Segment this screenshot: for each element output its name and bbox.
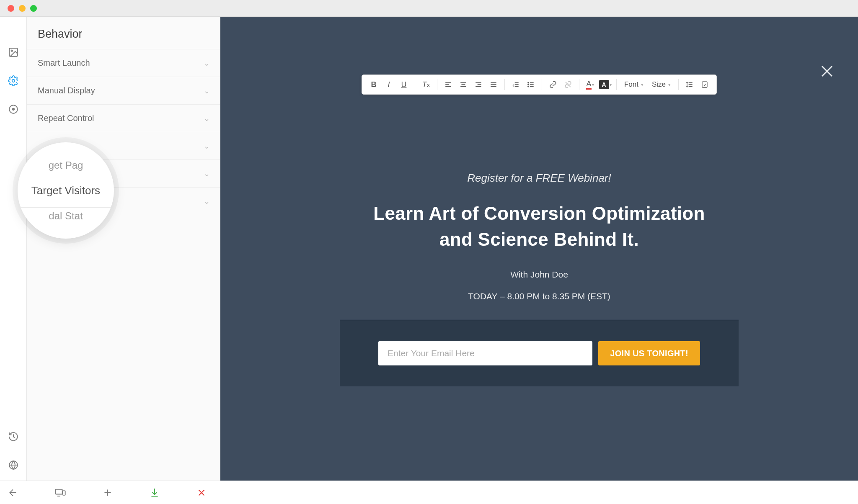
chevron-down-icon: ⌄	[204, 141, 210, 151]
close-icon[interactable]	[817, 61, 837, 83]
editor-canvas[interactable]: B I U Tx 123	[220, 17, 858, 481]
svg-point-9	[528, 82, 529, 83]
font-dropdown-label: Font	[624, 80, 638, 89]
magnifier-top-fragment: get Pag	[49, 157, 83, 174]
clear-format-button[interactable]: Tx	[419, 78, 433, 91]
svg-text:3: 3	[512, 85, 514, 87]
devices-button[interactable]	[54, 487, 66, 499]
svg-rect-13	[55, 489, 62, 494]
chevron-down-icon: ⌄	[204, 114, 210, 123]
gear-icon[interactable]	[8, 75, 19, 88]
modal-heading-line2: and Science Behind It.	[439, 229, 639, 249]
modal-subheading[interactable]: Register for a FREE Webinar!	[340, 172, 739, 185]
cta-button[interactable]: JOIN US TONIGHT!	[598, 341, 700, 365]
add-button[interactable]	[102, 487, 113, 498]
sidebar-item-smart-launch[interactable]: Smart Launch ⌄	[27, 49, 220, 77]
sidebar-item-repeat-control[interactable]: Repeat Control ⌄	[27, 104, 220, 132]
modal-timing[interactable]: TODAY – 8.00 PM to 8.35 PM (EST)	[340, 291, 739, 301]
align-left-button[interactable]	[442, 78, 455, 91]
line-height-button[interactable]	[683, 78, 696, 91]
image-icon[interactable]	[8, 47, 19, 59]
window-zoom-dot[interactable]	[30, 5, 37, 12]
icon-rail	[0, 17, 27, 481]
chevron-down-icon: ⌄	[204, 86, 210, 95]
bold-button[interactable]: B	[367, 78, 380, 91]
magnifier-focus-text: Target Visitors	[18, 174, 114, 208]
svg-point-10	[528, 84, 529, 85]
toolbar-separator	[616, 79, 617, 90]
toolbar-separator	[579, 79, 579, 90]
background-color-button[interactable]: A▾	[599, 78, 612, 91]
ordered-list-button[interactable]: 123	[509, 78, 522, 91]
sidebar: Behavior Smart Launch ⌄ Manual Display ⌄…	[27, 17, 220, 481]
align-right-button[interactable]	[472, 78, 485, 91]
window-minimize-dot[interactable]	[19, 5, 26, 12]
sidebar-title: Behavior	[27, 17, 220, 49]
align-justify-button[interactable]	[487, 78, 500, 91]
magnifier-bottom-fragment: dal Stat	[49, 208, 83, 224]
download-button[interactable]	[149, 487, 160, 498]
toolbar-separator	[504, 79, 505, 90]
text-color-button[interactable]: A▾	[584, 78, 597, 91]
window-close-dot[interactable]	[8, 5, 14, 12]
svg-point-1	[11, 50, 12, 51]
rich-text-toolbar: B I U Tx 123	[362, 75, 717, 95]
sidebar-item-label: Manual Display	[38, 86, 95, 95]
target-icon[interactable]	[8, 104, 19, 116]
cancel-button[interactable]	[196, 487, 207, 498]
size-dropdown[interactable]: Size▾	[649, 80, 674, 89]
modal-heading-line1: Learn Art of Conversion Optimization	[373, 203, 705, 224]
sidebar-item-label: Repeat Control	[38, 113, 94, 123]
modal-form: JOIN US TONIGHT!	[340, 320, 739, 386]
unlink-button[interactable]	[561, 78, 575, 91]
email-input[interactable]	[378, 341, 592, 365]
magnifier-overlay: get Pag Target Visitors dal Stat	[18, 142, 114, 239]
size-dropdown-label: Size	[652, 80, 666, 89]
chevron-down-icon: ⌄	[204, 169, 210, 178]
modal-presenter[interactable]: With John Doe	[340, 270, 739, 280]
globe-icon[interactable]	[8, 460, 19, 472]
svg-point-11	[528, 86, 529, 87]
align-center-button[interactable]	[457, 78, 470, 91]
history-icon[interactable]	[8, 431, 19, 444]
svg-rect-12	[702, 82, 707, 87]
italic-button[interactable]: I	[382, 78, 395, 91]
sidebar-item-manual-display[interactable]: Manual Display ⌄	[27, 77, 220, 104]
font-dropdown[interactable]: Font▾	[621, 80, 647, 89]
svg-rect-14	[63, 491, 65, 495]
app-body: Behavior Smart Launch ⌄ Manual Display ⌄…	[0, 17, 858, 481]
merge-field-button[interactable]	[698, 78, 711, 91]
toolbar-separator	[415, 79, 415, 90]
chevron-down-icon: ⌄	[204, 59, 210, 68]
svg-point-2	[12, 80, 15, 82]
toolbar-separator	[437, 79, 437, 90]
toolbar-separator	[678, 79, 679, 90]
bottom-toolbar	[0, 481, 858, 504]
toolbar-separator	[542, 79, 542, 90]
unordered-list-button[interactable]	[524, 78, 538, 91]
modal-preview: Register for a FREE Webinar! Learn Art o…	[340, 172, 739, 481]
svg-point-4	[12, 108, 14, 110]
chevron-down-icon: ⌄	[204, 197, 210, 206]
modal-heading[interactable]: Learn Art of Conversion Optimization and…	[340, 201, 739, 252]
back-button[interactable]	[8, 487, 18, 498]
link-button[interactable]	[546, 78, 560, 91]
window-titlebar	[0, 0, 858, 17]
underline-button[interactable]: U	[397, 78, 411, 91]
sidebar-item-label: Smart Launch	[38, 58, 90, 68]
